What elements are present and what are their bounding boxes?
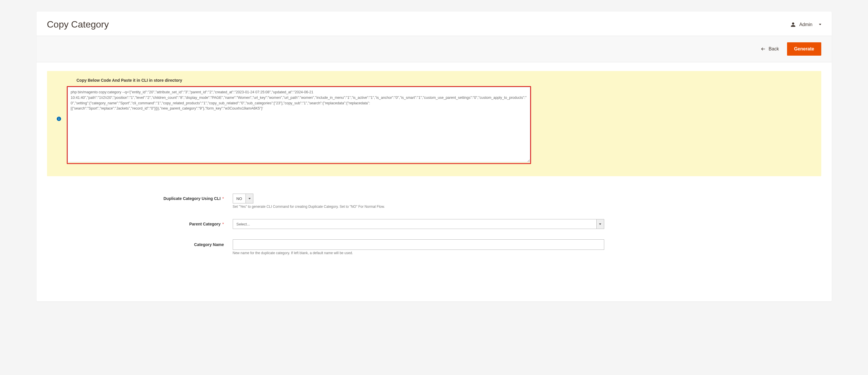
notice-row xyxy=(56,86,812,164)
label-parent: Parent Category* xyxy=(47,222,233,226)
hint-row-cli: Set "Yes" to generate CLI Command for cr… xyxy=(47,205,821,209)
user-menu[interactable]: Admin xyxy=(790,22,821,27)
chevron-down-icon xyxy=(819,24,821,25)
generate-button[interactable]: Generate xyxy=(787,42,821,56)
label-cli-toggle: Duplicate Category Using CLI* xyxy=(47,196,233,201)
category-name-input[interactable] xyxy=(233,239,604,250)
row-cli-toggle: Duplicate Category Using CLI* NO xyxy=(47,194,821,203)
svg-rect-3 xyxy=(59,118,59,118)
notice-box: Copy Below Code And Paste it in CLI in s… xyxy=(47,71,821,176)
page-header: Copy Category Admin xyxy=(37,11,832,36)
cli-toggle-select[interactable]: NO xyxy=(233,194,254,203)
back-button[interactable]: Back xyxy=(761,46,779,52)
cli-toggle-value: NO xyxy=(233,197,246,201)
notice-wrap: Copy Below Code And Paste it in CLI in s… xyxy=(37,62,832,176)
row-name: Category Name xyxy=(47,239,821,250)
hint-cli-toggle: Set "Yes" to generate CLI Command for cr… xyxy=(233,205,385,209)
hint-row-name: New name for the duplicate category. If … xyxy=(47,251,821,255)
user-icon xyxy=(790,22,796,27)
cli-command-textarea[interactable] xyxy=(68,87,530,162)
toolbar: Back Generate xyxy=(37,36,832,62)
parent-category-select[interactable]: Select... xyxy=(233,219,604,229)
info-icon xyxy=(56,116,62,122)
row-parent: Parent Category* Select... xyxy=(47,219,821,229)
back-label: Back xyxy=(769,46,779,52)
page-title: Copy Category xyxy=(47,19,109,30)
page-card: Copy Category Admin Back Generate Copy B… xyxy=(37,11,832,301)
form: Duplicate Category Using CLI* NO Set "Ye… xyxy=(37,176,832,277)
svg-rect-2 xyxy=(59,118,59,120)
user-label: Admin xyxy=(799,22,812,27)
arrow-left-icon xyxy=(761,46,766,52)
chevron-down-icon xyxy=(596,219,604,229)
notice-title: Copy Below Code And Paste it in CLI in s… xyxy=(76,78,812,82)
hint-category-name: New name for the duplicate category. If … xyxy=(233,251,353,255)
cli-textarea-highlight xyxy=(67,86,531,164)
label-category-name: Category Name xyxy=(47,242,233,247)
parent-category-value: Select... xyxy=(233,222,596,226)
chevron-down-icon xyxy=(246,194,253,203)
